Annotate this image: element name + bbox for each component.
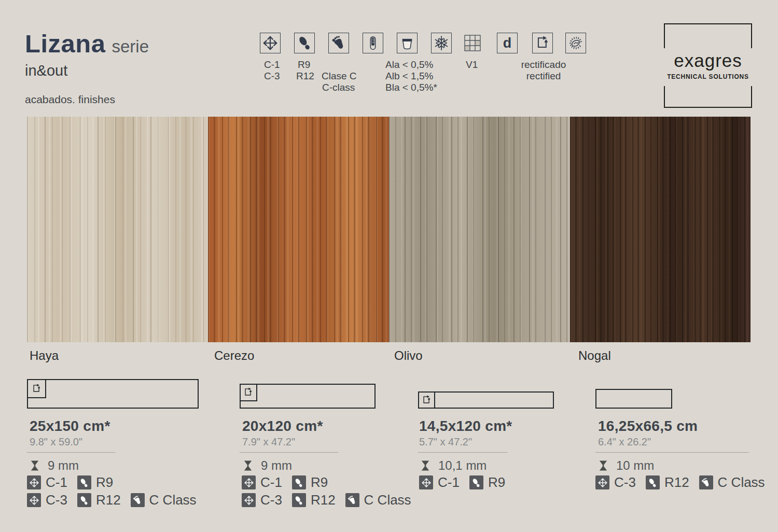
abrasion-icon (27, 493, 41, 507)
abrasion-value: C-3 (614, 474, 636, 491)
expansion-arrows-icon (260, 33, 281, 53)
letter-d-icon: d (497, 33, 518, 53)
rectified-icon (27, 379, 46, 398)
slip-value: R12 (664, 474, 689, 491)
abrasion-value: C-1 (438, 474, 460, 491)
abrasion-icon (27, 475, 41, 489)
swatch-olivo (389, 117, 570, 342)
specs-cerezo-row2: C-3 R12 C Class (242, 492, 416, 508)
snowflake-icon (431, 33, 452, 53)
logo-frame-bottom (664, 86, 752, 108)
legend-label-alb: Alb < 1,5% (385, 71, 433, 82)
barefoot-value: C Class (718, 474, 765, 491)
slip-value: R9 (96, 474, 113, 491)
thickness-value: 9 mm (261, 458, 292, 473)
brand-tagline: TECHNICAL SOLUTIONS (664, 73, 752, 80)
specs-olivo-row1: C-1 R9 (419, 474, 510, 491)
rectified-icon (532, 33, 553, 53)
antibacterial-icon (565, 33, 586, 53)
size-cm-olivo: 14,5x120 cm* (419, 418, 512, 435)
barefoot-icon (131, 493, 145, 507)
size-in-nogal: 6.4" x 26.2" (598, 436, 651, 448)
divider (595, 452, 749, 453)
abrasion-value: C-1 (260, 474, 282, 491)
swatch-haya (27, 117, 208, 342)
slip-icon (646, 475, 660, 489)
barefoot-icon (699, 475, 713, 489)
legend-label-c3: C-3 (264, 71, 280, 82)
thickness-icon (29, 459, 41, 472)
thickness-value: 10 mm (616, 458, 654, 473)
product-name-olivo: Olivo (394, 348, 423, 363)
swatch-nogal (570, 117, 751, 342)
specs-cerezo-row1: C-1 R9 (242, 474, 333, 491)
thickness-value: 9 mm (48, 458, 79, 473)
divider (418, 452, 507, 453)
format-box-olivo (418, 391, 554, 409)
page-title: Lizanaserie (25, 29, 149, 58)
legend-label-v1: V1 (466, 59, 478, 71)
absorption-cup-icon (397, 33, 418, 53)
swatch-cerezo (208, 117, 389, 342)
thickness-nogal: 10 mm (597, 458, 654, 473)
legend-label-ala: Ala < 0,5% (385, 59, 433, 71)
specs-haya-row1: C-1 R9 (27, 474, 118, 491)
finishes-heading: acabados. finishes (25, 93, 115, 106)
thickness-icon (597, 459, 609, 472)
size-cm-nogal: 16,25x66,5 cm (598, 418, 698, 435)
rectified-icon (418, 391, 435, 409)
size-cm-haya: 25x150 cm* (30, 418, 110, 435)
legend-label-r12: R12 (296, 71, 314, 82)
test-tube-icon (363, 33, 383, 53)
legend-label-clase-c: Clase C (322, 71, 357, 82)
slip-value: R12 (311, 492, 336, 508)
barefoot-icon (328, 33, 349, 53)
abrasion-value: C-3 (46, 492, 67, 508)
specs-nogal-row1: C-3 R12 C Class (595, 474, 770, 491)
slip-value: R12 (96, 492, 121, 508)
format-box-haya (27, 379, 199, 409)
thickness-value: 10,1 mm (438, 458, 487, 473)
size-in-cerezo: 7.9" x 47.2" (242, 436, 295, 448)
abrasion-icon (242, 475, 256, 489)
series-subtitle: in&out (25, 62, 67, 79)
thickness-olivo: 10,1 mm (419, 458, 487, 473)
legend-label-c-class: C-class (322, 82, 355, 93)
size-cm-cerezo: 20x120 cm* (242, 418, 323, 435)
legend-label-c1: C-1 (264, 59, 280, 71)
brand-name: exagres (664, 50, 752, 71)
thickness-haya: 9 mm (29, 458, 79, 473)
legend-label-rectificado: rectificado (510, 59, 577, 71)
barefoot-icon (345, 493, 359, 507)
legend-label-bla: Bla < 0,5%* (385, 82, 437, 93)
slip-value: R9 (311, 474, 328, 491)
abrasion-icon (242, 493, 256, 507)
product-name-nogal: Nogal (578, 348, 611, 363)
specs-haya-row2: C-3 R12 C Class (27, 492, 202, 508)
series-suffix: serie (112, 37, 149, 56)
slip-icon (77, 493, 91, 507)
thickness-icon (419, 459, 432, 472)
slip-icon (77, 475, 91, 489)
format-box-nogal (595, 389, 672, 409)
brand-logo: exagres TECHNICAL SOLUTIONS (664, 23, 752, 108)
legend-label-rectified: rectified (510, 71, 577, 82)
product-name-cerezo: Cerezo (214, 348, 254, 363)
barefoot-value: C Class (364, 492, 411, 508)
barefoot-value: C Class (149, 492, 197, 508)
abrasion-icon (419, 475, 433, 489)
slip-icon (469, 475, 483, 489)
slip-icon (292, 493, 306, 507)
rectified-icon (240, 384, 257, 401)
product-name-haya: Haya (30, 348, 59, 363)
slip-value: R9 (488, 474, 505, 491)
logo-frame-top (664, 23, 752, 48)
thickness-cerezo: 9 mm (242, 458, 292, 473)
divider (27, 452, 115, 453)
abrasion-value: C-3 (260, 492, 282, 508)
thickness-icon (242, 459, 254, 472)
slip-icon (292, 475, 306, 489)
shoe-print-icon (294, 33, 315, 53)
shade-variation-grid-icon (462, 33, 483, 53)
abrasion-icon (595, 475, 609, 489)
